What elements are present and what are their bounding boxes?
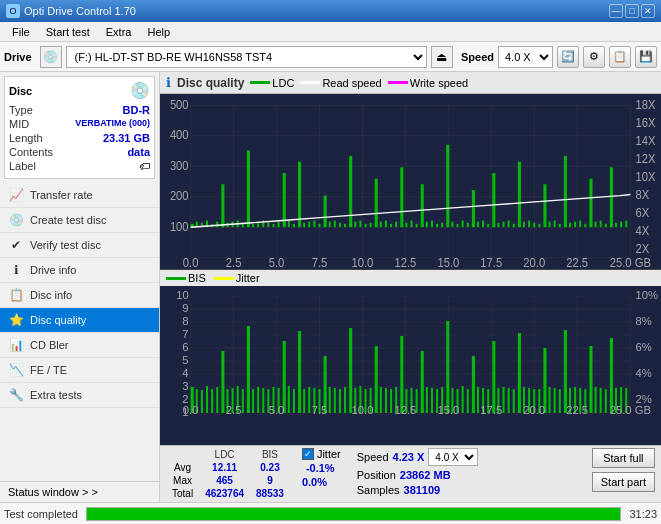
disc-panel: Disc 💿 Type BD-R MID VERBATIMe (000) Len… xyxy=(4,76,155,179)
svg-rect-111 xyxy=(538,224,540,227)
svg-rect-74 xyxy=(349,156,352,227)
maximize-button[interactable]: □ xyxy=(625,4,639,18)
svg-rect-86 xyxy=(411,220,413,227)
disc-val-mid: VERBATIMe (000) xyxy=(75,118,150,130)
svg-rect-101 xyxy=(487,224,489,227)
svg-rect-0 xyxy=(160,94,661,269)
chart-container: 500 400 300 200 100 18X 16X 14X 12X 10X … xyxy=(160,94,661,502)
settings-button[interactable]: ⚙ xyxy=(583,46,605,68)
svg-text:100: 100 xyxy=(170,219,189,234)
save-button[interactable]: 💾 xyxy=(635,46,657,68)
stats-ldc-total: 4623764 xyxy=(199,487,250,500)
samples-label: Samples xyxy=(357,484,400,496)
speed-select[interactable]: 4.0 X 2.0 X 1.0 X MAX xyxy=(498,46,553,68)
speed-info-dropdown[interactable]: 4.0 X 2.0 X xyxy=(428,448,478,466)
disc-key-length: Length xyxy=(9,132,43,144)
fe-te-icon: 📉 xyxy=(8,363,24,377)
start-part-button[interactable]: Start part xyxy=(592,472,655,492)
stats-row-avg: Avg 12.11 0.23 xyxy=(166,461,290,474)
sidebar-item-create-test-disc[interactable]: 💿 Create test disc xyxy=(0,208,159,233)
sidebar-item-disc-quality[interactable]: ⭐ Disc quality xyxy=(0,308,159,333)
jitter-checkbox[interactable] xyxy=(302,448,314,460)
sidebar-item-disc-info[interactable]: 📋 Disc info xyxy=(0,283,159,308)
jitter-section: Jitter -0.1% 0.0% xyxy=(302,448,341,488)
sidebar-label-disc-info: Disc info xyxy=(30,289,72,301)
svg-rect-62 xyxy=(288,220,290,227)
disc-key-label: Label xyxy=(9,160,36,172)
start-full-button[interactable]: Start full xyxy=(592,448,655,468)
sidebar-label-cd-bler: CD Bler xyxy=(30,339,69,351)
sidebar-item-drive-info[interactable]: ℹ Drive info xyxy=(0,258,159,283)
cd-bler-icon: 📊 xyxy=(8,338,24,352)
bottom-chart-area: 10 9 8 7 6 5 4 3 2 1 10% 8% 6% xyxy=(160,286,661,416)
svg-rect-205 xyxy=(390,389,392,413)
svg-text:400: 400 xyxy=(170,128,189,143)
svg-text:2.5: 2.5 xyxy=(226,255,242,269)
top-chart: 500 400 300 200 100 18X 16X 14X 12X 10X … xyxy=(160,94,661,269)
svg-rect-177 xyxy=(247,326,250,413)
sidebar-item-transfer-rate[interactable]: 📈 Transfer rate xyxy=(0,183,159,208)
sidebar-label-verify-test-disc: Verify test disc xyxy=(30,239,101,251)
sidebar-item-cd-bler[interactable]: 📊 CD Bler xyxy=(0,333,159,358)
copy-button[interactable]: 📋 xyxy=(609,46,631,68)
disc-val-length: 23.31 GB xyxy=(103,132,150,144)
status-window-button[interactable]: Status window > > xyxy=(0,481,159,502)
svg-rect-115 xyxy=(559,224,561,227)
status-bar: Test completed 31:23 xyxy=(0,502,661,524)
svg-rect-118 xyxy=(574,222,576,228)
svg-text:8X: 8X xyxy=(635,187,649,202)
menu-help[interactable]: Help xyxy=(139,24,178,40)
svg-text:500: 500 xyxy=(170,97,189,112)
close-button[interactable]: ✕ xyxy=(641,4,655,18)
svg-rect-73 xyxy=(344,224,346,227)
svg-text:2.5: 2.5 xyxy=(226,404,242,416)
svg-rect-207 xyxy=(400,336,403,413)
svg-rect-77 xyxy=(364,224,366,227)
svg-text:25.0 GB: 25.0 GB xyxy=(610,404,651,416)
status-text: Test completed xyxy=(4,508,78,520)
menu-start-test[interactable]: Start test xyxy=(38,24,98,40)
svg-rect-211 xyxy=(421,351,424,413)
svg-text:12X: 12X xyxy=(635,151,655,166)
svg-text:7: 7 xyxy=(182,328,188,340)
svg-rect-119 xyxy=(579,220,581,227)
app-icon: O xyxy=(6,4,20,18)
svg-rect-80 xyxy=(380,222,382,228)
svg-rect-105 xyxy=(508,220,510,227)
svg-rect-94 xyxy=(451,222,453,228)
drive-label: Drive xyxy=(4,51,32,63)
svg-rect-219 xyxy=(462,386,464,413)
svg-rect-89 xyxy=(426,222,428,228)
minimize-button[interactable]: — xyxy=(609,4,623,18)
sidebar-label-fe-te: FE / TE xyxy=(30,364,67,376)
refresh-button[interactable]: 🔄 xyxy=(557,46,579,68)
svg-text:20.0: 20.0 xyxy=(523,404,545,416)
speed-label: Speed xyxy=(461,51,494,63)
svg-rect-216 xyxy=(446,321,449,413)
menu-file[interactable]: File xyxy=(4,24,38,40)
svg-rect-104 xyxy=(503,222,505,228)
svg-rect-67 xyxy=(313,220,315,227)
svg-text:8%: 8% xyxy=(635,315,651,327)
eject-button[interactable]: ⏏ xyxy=(431,46,453,68)
sidebar-item-verify-test-disc[interactable]: ✔ Verify test disc xyxy=(0,233,159,258)
disc-val-contents: data xyxy=(127,146,150,158)
disc-row-length: Length 23.31 GB xyxy=(9,132,150,144)
svg-rect-66 xyxy=(308,222,310,228)
svg-rect-225 xyxy=(492,341,495,413)
legend-ldc: LDC xyxy=(250,77,294,89)
svg-rect-185 xyxy=(288,386,290,413)
sidebar-item-fe-te[interactable]: 📉 FE / TE xyxy=(0,358,159,383)
svg-rect-96 xyxy=(462,220,464,227)
sidebar-item-extra-tests[interactable]: 🔧 Extra tests xyxy=(0,383,159,408)
svg-text:15.0: 15.0 xyxy=(437,404,459,416)
stats-bis-total: 88533 xyxy=(250,487,290,500)
right-panel: ℹ Disc quality LDC Read speed Write spee… xyxy=(160,72,661,502)
svg-rect-126 xyxy=(615,223,617,228)
drive-select[interactable]: (F:) HL-DT-ST BD-RE WH16NS58 TST4 xyxy=(66,46,427,68)
svg-rect-179 xyxy=(257,387,259,413)
svg-text:15.0: 15.0 xyxy=(437,255,459,269)
svg-rect-237 xyxy=(554,388,556,413)
svg-rect-122 xyxy=(595,222,597,228)
menu-extra[interactable]: Extra xyxy=(98,24,140,40)
